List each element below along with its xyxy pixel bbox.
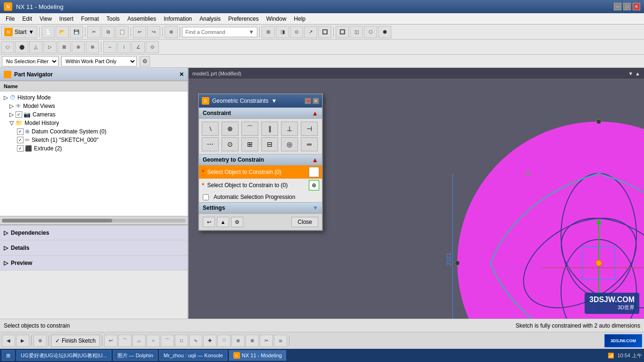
view-btn-5[interactable]: 🔲 — [318, 26, 331, 38]
canvas-content[interactable]: Φp6=600,0 2121 Y X — [189, 79, 644, 319]
menu-analysis[interactable]: Analysis — [196, 15, 224, 23]
dialog-close-x-button[interactable]: ✕ — [313, 98, 319, 104]
dim-btn-1[interactable]: ↔ — [103, 41, 116, 53]
start-button[interactable]: N Start ▼ — [1, 26, 37, 38]
bt-curve-6[interactable]: □ — [175, 335, 188, 347]
tree-item-datum-coord[interactable]: ✓ ⊕ Datum Coordinate System (0) — [2, 127, 186, 136]
menu-preferences[interactable]: Preferences — [224, 15, 263, 23]
dim-btn-3[interactable]: ∠ — [132, 41, 145, 53]
view-btn-1[interactable]: ⊞ — [262, 26, 275, 38]
copy-button[interactable]: ⧉ — [101, 26, 115, 38]
sketch-btn-3[interactable]: △ — [29, 41, 42, 53]
menu-help[interactable]: Help — [290, 15, 309, 23]
bt-btn-1[interactable]: ◀ — [2, 335, 15, 347]
constraint-btn-4[interactable]: ⊞ — [241, 137, 258, 151]
constraint-collapse-button[interactable]: ▲ — [312, 109, 318, 117]
menu-edit[interactable]: Edit — [18, 15, 36, 23]
open-button[interactable]: 📂 — [56, 26, 69, 38]
constraint-btn-collinear[interactable]: ⊣ — [301, 122, 318, 136]
dialog-close-button[interactable]: Close — [291, 217, 318, 227]
constraint-btn-fix[interactable]: ⧵ — [202, 122, 219, 136]
sketch-btn-2[interactable]: ⬤ — [15, 41, 28, 53]
tree-item-cameras[interactable]: ▷ ✓ 📷 Cameras — [2, 110, 186, 119]
dependencies-row[interactable]: ▷ Dependencies — [0, 225, 188, 240]
view-btn-4[interactable]: ↗ — [304, 26, 317, 38]
paste-button[interactable]: 📋 — [116, 26, 129, 38]
constraint-btn-5[interactable]: ⊟ — [261, 137, 278, 151]
filter-settings-button[interactable]: ⚙ — [140, 56, 150, 66]
select-constrain-icon-button[interactable]: ⊕ — [309, 167, 319, 177]
cut-button[interactable]: ✂ — [87, 26, 100, 38]
render-btn-1[interactable]: 🔲 — [336, 26, 349, 38]
render-btn-4[interactable]: ⬢ — [378, 26, 391, 38]
no-selection-filter[interactable]: No Selection Filter — [2, 56, 58, 66]
taskbar-item-dolphin[interactable]: 图片 — Dolphin — [113, 350, 157, 361]
bt-curve-1[interactable]: ↩ — [104, 335, 117, 347]
constraint-btn-perpendicular[interactable]: ⊥ — [281, 122, 298, 136]
menu-information[interactable]: Information — [160, 15, 196, 23]
canvas-arrow-up[interactable]: ▲ — [635, 71, 640, 76]
menu-file[interactable]: File — [2, 15, 18, 23]
taskbar-start[interactable]: ⊞ — [2, 350, 15, 361]
menu-format[interactable]: Format — [77, 15, 103, 23]
bt-curve-3[interactable]: ⌓ — [132, 335, 146, 347]
canvas-arrow-down[interactable]: ▼ — [628, 71, 633, 76]
select-constrain-to-icon-button[interactable]: ⊕ — [309, 180, 319, 190]
dialog-pin-button[interactable]: 📌 — [305, 98, 311, 104]
bt-curve-10[interactable]: ⊕ — [231, 335, 245, 347]
taskbar-item-nx[interactable]: N NX 11 - Modeling — [229, 350, 286, 361]
dialog-header[interactable]: G Geometric Constraints ▼ 📌 ✕ — [199, 94, 322, 107]
constraint-btn-2[interactable]: ⋯ — [202, 137, 219, 151]
sketch-btn-1[interactable]: ⬭ — [1, 41, 14, 53]
constraint-btn-equal[interactable]: ═ — [301, 137, 318, 151]
dim-btn-2[interactable]: ↕ — [117, 41, 131, 53]
settings-collapse-button[interactable]: ▼ — [313, 205, 318, 211]
save-button[interactable]: 💾 — [70, 26, 83, 38]
tree-item-sketch[interactable]: ✓ ✏ Sketch (1) "SKETCH_000" — [2, 136, 186, 144]
sketch-btn-5[interactable]: ⊠ — [58, 41, 71, 53]
details-row[interactable]: ▷ Details — [0, 240, 188, 255]
bt-curve-2[interactable]: ⌒ — [118, 335, 132, 347]
minimize-button[interactable]: ─ — [614, 3, 621, 10]
dialog-back-button[interactable]: ↩ — [203, 217, 215, 227]
bt-curve-5[interactable]: ⌒ — [161, 335, 174, 347]
geometry-collapse-button[interactable]: ▲ — [312, 156, 318, 164]
dialog-up-button[interactable]: ▲ — [217, 217, 229, 227]
sketch-btn-6[interactable]: ⊕ — [72, 41, 85, 53]
menu-tools[interactable]: Tools — [103, 15, 124, 23]
select-constrain-to-row[interactable]: * Select Object to Constrain to (0) ⊕ — [199, 179, 322, 192]
pn-close-button[interactable]: ✕ — [179, 71, 184, 78]
pn-scrollbar[interactable] — [0, 216, 188, 224]
constraint-btn-parallel[interactable]: ∥ — [261, 122, 278, 136]
auto-selection-checkbox[interactable] — [203, 194, 209, 200]
taskbar-item-ug[interactable]: UG爱好者|UG论坛|UG网|UG教程|U... — [17, 350, 111, 361]
render-btn-2[interactable]: ◫ — [350, 26, 363, 38]
bt-btn-2[interactable]: ▶ — [16, 335, 29, 347]
constraint-btn-concentric[interactable]: ◎ — [281, 137, 298, 151]
bt-curve-4[interactable]: ○ — [147, 335, 160, 347]
sketch-btn-7[interactable]: ⊗ — [86, 41, 99, 53]
find-command-input[interactable]: Find a Command ▼ — [182, 27, 257, 37]
view-btn-2[interactable]: ◨ — [276, 26, 289, 38]
dim-btn-4[interactable]: ⊙ — [146, 41, 159, 53]
bt-curve-7[interactable]: ∿ — [189, 335, 202, 347]
taskbar-item-konsole[interactable]: Mr_zhou : uqii — Konsole — [159, 350, 227, 361]
close-button[interactable]: ✕ — [633, 3, 640, 10]
menu-assemblies[interactable]: Assemblies — [124, 15, 160, 23]
menu-view[interactable]: View — [36, 15, 56, 23]
render-btn-3[interactable]: ⬡ — [364, 26, 377, 38]
bt-curve-11[interactable]: ⊗ — [246, 335, 259, 347]
constraint-btn-tangent[interactable]: ⌒ — [241, 122, 258, 136]
tree-item-extrude[interactable]: ✓ ⬛ Extrude (2) — [2, 144, 186, 153]
menu-window[interactable]: Window — [263, 15, 290, 23]
constraint-btn-point[interactable]: ⊕ — [222, 122, 239, 136]
tree-item-model-views[interactable]: ▷ 👁 Model Views — [2, 102, 186, 110]
select-constrain-row[interactable]: * Select Object to Constrain (0) ⊕ — [199, 165, 322, 179]
constraint-btn-3[interactable]: ⊙ — [222, 137, 239, 151]
bt-curve-9[interactable]: ♡ — [217, 335, 231, 347]
preview-row[interactable]: ▷ Preview — [0, 255, 188, 271]
redo-button[interactable]: ↪ — [147, 26, 160, 38]
finish-sketch-button[interactable]: ✓ Finish Sketch — [51, 335, 100, 347]
snap-button[interactable]: ⊕ — [165, 26, 178, 38]
bt-trim-2[interactable]: ⧇ — [274, 335, 287, 347]
